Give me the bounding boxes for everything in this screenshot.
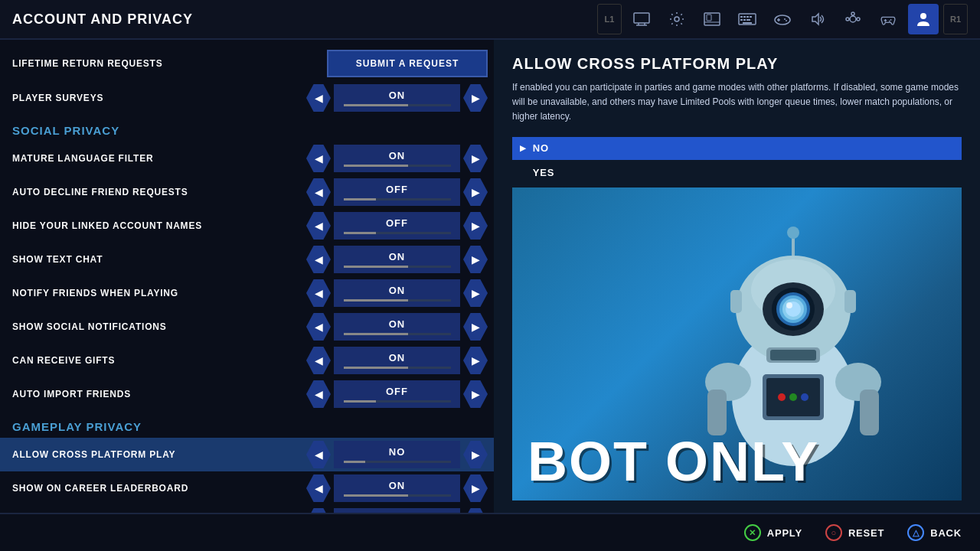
notify-friends-left[interactable]: ◀	[306, 279, 331, 307]
r1-icon[interactable]: R1	[943, 4, 968, 34]
show-text-chat-left[interactable]: ◀	[306, 246, 331, 273]
notify-friends-right[interactable]: ▶	[463, 279, 488, 307]
svg-point-40	[801, 393, 808, 401]
allow-cross-platform-right[interactable]: ▶	[463, 441, 488, 468]
auto-decline-row[interactable]: AUTO DECLINE FRIEND REQUESTS ◀ OFF ▶	[0, 175, 494, 209]
player-surveys-row[interactable]: PLAYER SURVEYS ◀ ON ▶	[0, 81, 494, 115]
notify-friends-label: NOTIFY FRIENDS WHEN PLAYING	[12, 288, 306, 298]
auto-import-friends-right[interactable]: ▶	[463, 380, 488, 408]
can-receive-gifts-row[interactable]: CAN RECEIVE GIFTS ◀ ON ▶	[0, 344, 494, 377]
show-career-leaderboard-left[interactable]: ◀	[306, 474, 331, 502]
bottom-bar: ✕ APPLY ○ RESET △ BACK	[0, 513, 980, 551]
notify-friends-row[interactable]: NOTIFY FRIENDS WHEN PLAYING ◀ ON ▶	[0, 276, 494, 310]
svg-point-24	[846, 18, 849, 21]
hide-linked-left[interactable]: ◀	[306, 212, 331, 240]
allow-cross-platform-row[interactable]: ALLOW CROSS PLATFORM PLAY ◀ NO ▶	[0, 438, 494, 471]
option-yes-label: YES	[533, 167, 554, 178]
apply-icon: ✕	[744, 524, 761, 541]
nav-icons: L1 R1	[597, 4, 968, 34]
social-privacy-header: SOCIAL PRIVACY	[0, 115, 494, 142]
show-social-notifs-row[interactable]: SHOW SOCIAL NOTIFICATIONS ◀ ON ▶	[0, 310, 494, 344]
l1-icon[interactable]: L1	[597, 4, 622, 34]
reset-icon: ○	[825, 524, 842, 541]
show-social-notifs-right[interactable]: ▶	[463, 313, 488, 341]
auto-decline-value-box: OFF	[334, 178, 460, 206]
can-receive-gifts-value: ON	[389, 352, 406, 364]
svg-rect-13	[740, 19, 743, 21]
show-career-leaderboard-right[interactable]: ▶	[463, 474, 488, 502]
keyboard-icon[interactable]	[732, 4, 763, 34]
option-no[interactable]: ▶ NO	[512, 137, 962, 160]
show-social-notifs-label: SHOW SOCIAL NOTIFICATIONS	[12, 321, 306, 332]
controller-icon[interactable]	[873, 4, 903, 34]
can-receive-gifts-left[interactable]: ◀	[306, 347, 331, 374]
svg-rect-54	[844, 290, 856, 313]
submit-request-button[interactable]: SUBMIT A REQUEST	[327, 50, 488, 77]
network-icon[interactable]	[838, 4, 868, 34]
auto-decline-left[interactable]: ◀	[306, 178, 331, 206]
gear-icon[interactable]	[662, 4, 692, 34]
settings-list: LIFETIME RETURN REQUESTS SUBMIT A REQUES…	[0, 40, 494, 513]
mature-language-row[interactable]: MATURE LANGUAGE FILTER ◀ ON ▶	[0, 142, 494, 175]
page-title: ACCOUNT AND PRIVACY	[12, 11, 193, 28]
show-social-notifs-left[interactable]: ◀	[306, 313, 331, 341]
allow-cross-platform-left[interactable]: ◀	[306, 441, 331, 468]
can-receive-gifts-right[interactable]: ▶	[463, 347, 488, 374]
svg-point-39	[789, 393, 797, 401]
allow-cross-platform-value: NO	[389, 446, 406, 458]
hide-linked-row[interactable]: HIDE YOUR LINKED ACCOUNT NAMES ◀ OFF ▶	[0, 209, 494, 243]
apply-action[interactable]: ✕ APPLY	[744, 524, 802, 541]
show-text-chat-right[interactable]: ▶	[463, 246, 488, 273]
reset-label: RESET	[848, 527, 884, 539]
svg-rect-56	[770, 350, 816, 360]
svg-point-38	[778, 393, 786, 401]
auto-import-friends-left[interactable]: ◀	[306, 380, 331, 408]
mature-language-value: ON	[389, 150, 406, 161]
svg-rect-53	[730, 290, 742, 313]
mature-language-left[interactable]: ◀	[306, 145, 331, 172]
allow-cross-platform-label: ALLOW CROSS PLATFORM PLAY	[12, 449, 306, 460]
bot-image-area: BOT ONLY	[512, 187, 962, 500]
person-icon[interactable]	[908, 4, 939, 34]
mature-language-control: ◀ ON ▶	[306, 145, 488, 172]
back-action[interactable]: △ BACK	[907, 524, 962, 541]
audio-icon[interactable]	[802, 4, 833, 34]
player-surveys-left-arrow[interactable]: ◀	[306, 84, 331, 112]
auto-import-friends-value: OFF	[386, 386, 408, 397]
hide-linked-right[interactable]: ▶	[463, 212, 488, 240]
hide-linked-control: ◀ OFF ▶	[306, 212, 488, 240]
right-panel: ALLOW CROSS PLATFORM PLAY If enabled you…	[494, 40, 980, 513]
auto-decline-label: AUTO DECLINE FRIEND REQUESTS	[12, 187, 306, 197]
monitor-icon[interactable]	[626, 4, 657, 34]
can-receive-gifts-label: CAN RECEIVE GIFTS	[12, 355, 306, 366]
svg-point-25	[857, 18, 860, 21]
auto-import-friends-label: AUTO IMPORT FRIENDS	[12, 389, 306, 399]
svg-rect-11	[746, 16, 749, 18]
allow-cross-platform-control: ◀ NO ▶	[306, 441, 488, 468]
auto-decline-control: ◀ OFF ▶	[306, 178, 488, 206]
player-surveys-label: PLAYER SURVEYS	[12, 93, 306, 103]
player-surveys-value: ON	[389, 90, 406, 101]
mature-language-right[interactable]: ▶	[463, 145, 488, 172]
svg-rect-12	[750, 16, 752, 18]
svg-rect-14	[743, 19, 746, 21]
auto-decline-right[interactable]: ▶	[463, 178, 488, 206]
anonymous-mode-row[interactable]: ANONYMOUS MODE ◀ OFF ▶	[0, 505, 494, 513]
gamepad2-icon[interactable]	[767, 4, 798, 34]
svg-rect-15	[746, 19, 750, 21]
reset-action[interactable]: ○ RESET	[825, 524, 884, 541]
svg-point-52	[787, 227, 799, 239]
display-icon[interactable]	[697, 4, 727, 34]
show-career-leaderboard-row[interactable]: SHOW ON CAREER LEADERBOARD ◀ ON ▶	[0, 471, 494, 505]
auto-import-friends-row[interactable]: AUTO IMPORT FRIENDS ◀ OFF ▶	[0, 377, 494, 411]
player-surveys-right-arrow[interactable]: ▶	[463, 84, 488, 112]
show-social-notifs-value: ON	[389, 318, 406, 330]
show-social-notifs-value-box: ON	[334, 313, 460, 341]
hide-linked-value-box: OFF	[334, 212, 460, 240]
auto-decline-value: OFF	[386, 184, 408, 195]
svg-point-23	[850, 16, 856, 22]
option-yes[interactable]: ▶ YES	[512, 161, 962, 184]
bot-background: BOT ONLY	[512, 187, 962, 500]
show-text-chat-row[interactable]: SHOW TEXT CHAT ◀ ON ▶	[0, 243, 494, 276]
svg-point-21	[786, 20, 787, 21]
